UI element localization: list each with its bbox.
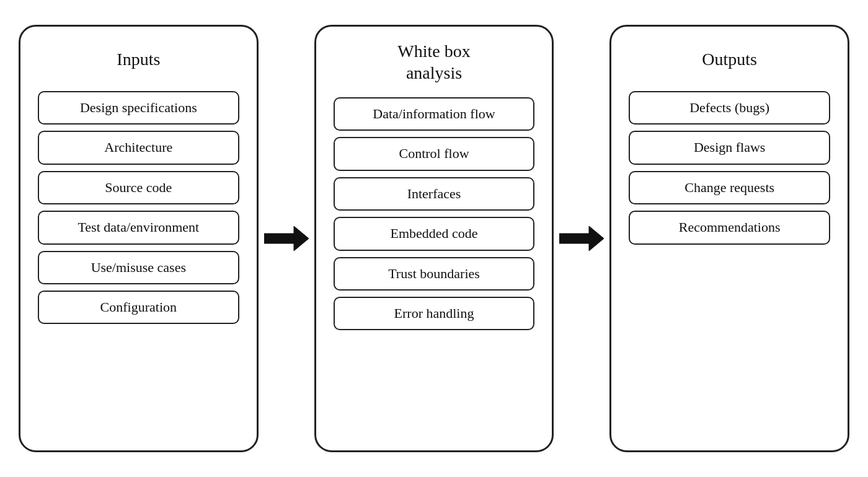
- arrow-right-icon: [264, 225, 309, 252]
- inputs-title: Inputs: [117, 40, 160, 77]
- list-item: Source code: [38, 171, 239, 204]
- list-item: Recommendations: [629, 211, 830, 244]
- list-item: Design flaws: [629, 131, 830, 164]
- list-item: Error handling: [334, 297, 535, 330]
- outputs-list: Defects (bugs) Design flaws Change reque…: [629, 91, 830, 245]
- svg-marker-1: [559, 226, 604, 251]
- diagram-container: Inputs Design specifications Architectur…: [19, 15, 849, 462]
- list-item: Change requests: [629, 171, 830, 204]
- list-item: Control flow: [334, 137, 535, 170]
- outputs-title: Outputs: [702, 40, 757, 77]
- arrow-right-icon: [559, 225, 604, 252]
- whitebox-list: Data/information flow Control flow Inter…: [334, 97, 535, 330]
- list-item: Trust boundaries: [334, 257, 535, 291]
- inputs-column: Inputs Design specifications Architectur…: [19, 25, 259, 452]
- list-item: Data/information flow: [334, 97, 535, 131]
- whitebox-title: White box analysis: [397, 40, 470, 84]
- svg-marker-0: [264, 226, 309, 251]
- list-item: Test data/environment: [38, 211, 239, 244]
- inputs-list: Design specifications Architecture Sourc…: [38, 91, 239, 324]
- list-item: Defects (bugs): [629, 91, 830, 125]
- whitebox-column: White box analysis Data/information flow…: [314, 25, 554, 452]
- list-item: Interfaces: [334, 177, 535, 211]
- arrow-2: [554, 225, 609, 252]
- arrow-1: [259, 225, 314, 252]
- outputs-column: Outputs Defects (bugs) Design flaws Chan…: [609, 25, 849, 452]
- list-item: Use/misuse cases: [38, 251, 239, 284]
- list-item: Embedded code: [334, 217, 535, 250]
- list-item: Configuration: [38, 291, 239, 324]
- list-item: Design specifications: [38, 91, 239, 125]
- list-item: Architecture: [38, 131, 239, 164]
